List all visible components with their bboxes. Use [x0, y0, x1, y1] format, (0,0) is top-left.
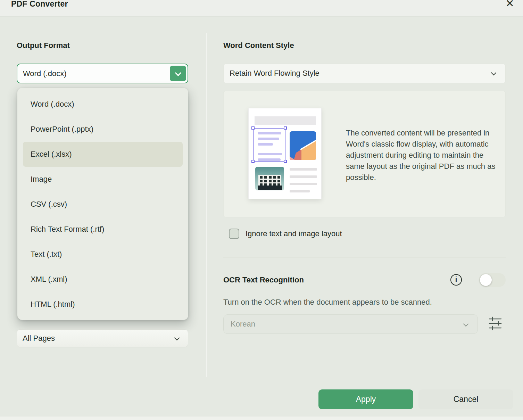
- word-content-style-label: Word Content Style: [223, 41, 294, 50]
- format-options-list: Word (.docx)PowerPoint (.pptx)Excel (.xl…: [23, 92, 183, 317]
- ocr-hint-text: Turn on the OCR when the document appear…: [223, 298, 432, 307]
- word-style-select[interactable]: Retain Word Flowing Style: [223, 64, 506, 83]
- output-format-value: Word (.docx): [23, 69, 67, 78]
- preview-photo-facade: [255, 167, 284, 190]
- style-preview-card: The converted content will be presented …: [223, 91, 506, 217]
- word-style-value: Retain Word Flowing Style: [230, 69, 319, 78]
- format-option[interactable]: PowerPoint (.pptx): [23, 117, 183, 142]
- dialog-title: PDF Converter: [11, 0, 68, 9]
- pdf-converter-dialog: PDF Converter ✕ Output Format Word (.doc…: [0, 0, 523, 420]
- format-option[interactable]: Word (.docx): [23, 92, 183, 117]
- preview-selection-box: [253, 128, 285, 162]
- close-icon[interactable]: ✕: [503, 0, 517, 10]
- chevron-down-icon: [491, 70, 497, 76]
- cancel-button[interactable]: Cancel: [418, 389, 513, 409]
- chevron-down-icon: [175, 69, 181, 76]
- output-format-dropdown-button[interactable]: [170, 66, 186, 81]
- format-option[interactable]: HTML (.html): [23, 292, 183, 317]
- section-divider: [223, 257, 506, 257]
- format-option[interactable]: XML (.xml): [23, 267, 183, 292]
- title-bar: PDF Converter ✕: [0, 0, 523, 17]
- ocr-settings-icon[interactable]: [487, 315, 503, 331]
- document-preview-illustration: [248, 108, 322, 199]
- preview-text-lines: [290, 168, 317, 197]
- style-description-text: The converted content will be presented …: [346, 127, 499, 183]
- format-option[interactable]: Image: [23, 167, 183, 192]
- toggle-knob: [480, 274, 492, 286]
- ocr-section-title: OCR Text Recognition: [223, 275, 304, 285]
- page-range-value: All Pages: [23, 334, 55, 343]
- page-range-select[interactable]: All Pages: [17, 329, 188, 347]
- panel-divider: [206, 33, 207, 377]
- output-format-label: Output Format: [17, 41, 70, 50]
- apply-button[interactable]: Apply: [318, 389, 413, 409]
- format-option[interactable]: Text (.txt): [23, 242, 183, 267]
- preview-header-band: [255, 116, 316, 125]
- ocr-toggle[interactable]: [479, 273, 506, 287]
- ignore-layout-checkbox[interactable]: [229, 229, 239, 239]
- ocr-language-select[interactable]: Korean: [223, 314, 478, 334]
- format-option[interactable]: CSV (.csv): [23, 192, 183, 217]
- preview-photo-building: [290, 131, 316, 160]
- format-option[interactable]: Rich Text Format (.rtf): [23, 217, 183, 242]
- info-icon[interactable]: i: [450, 274, 462, 286]
- format-options-dropdown: Word (.docx)PowerPoint (.pptx)Excel (.xl…: [17, 88, 188, 320]
- ignore-layout-label: Ignore text and image layout: [246, 229, 342, 238]
- chevron-down-icon: [174, 335, 180, 341]
- chevron-down-icon: [463, 321, 469, 327]
- format-option[interactable]: Excel (.xlsx): [23, 142, 183, 167]
- output-format-select[interactable]: Word (.docx): [17, 64, 188, 83]
- ocr-language-value: Korean: [231, 320, 255, 329]
- window-bottom-edge: [0, 417, 523, 420]
